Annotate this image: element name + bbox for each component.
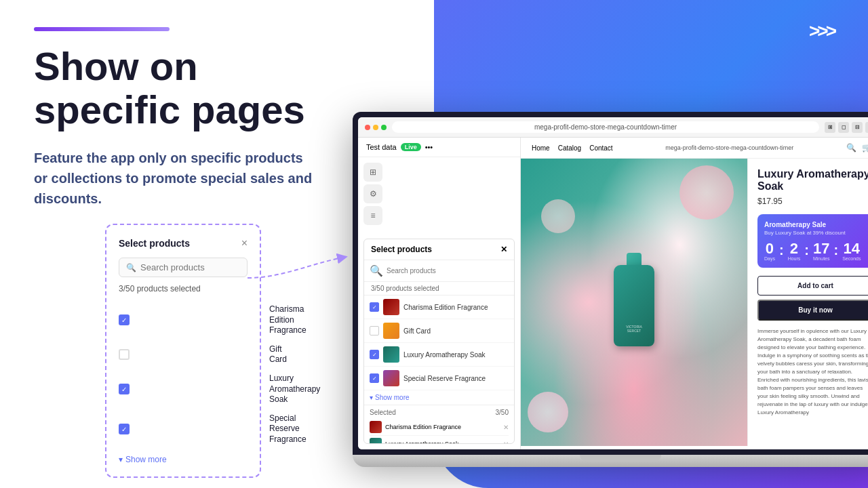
buy-now-button[interactable]: Buy it now	[757, 300, 868, 321]
countdown-hours-value: 2	[788, 241, 801, 256]
browser-action-buttons: ⊞ ◻ ⊟ ✕	[825, 122, 868, 133]
show-more-button[interactable]: ▾ Show more	[119, 455, 248, 464]
selected-name-soak: Luxury Aromatherapy Soak	[385, 441, 500, 444]
browser-dot-maximize	[381, 125, 387, 130]
panel-cb-soak[interactable]	[370, 350, 379, 359]
panel-show-more-label: Show more	[375, 394, 410, 401]
selector-widget-title: Select products	[119, 238, 190, 249]
selected-item-soak: Luxury Aromatherapy Soak ✕	[370, 436, 509, 444]
panel-cb-reserve[interactable]	[370, 373, 379, 383]
list-item: Gift Card	[364, 319, 514, 343]
nav-links: Home Catalog Contact	[532, 144, 613, 152]
countdown-minutes-unit: 17 Minutes	[813, 241, 830, 261]
nav-link-home[interactable]: Home	[532, 144, 550, 152]
product-info-panel: Luxury Aromatherapy Soak $17.95 Aromathe…	[747, 159, 868, 446]
nav-link-catalog[interactable]: Catalog	[558, 144, 581, 152]
countdown-sep-1: :	[779, 241, 784, 261]
browser-dot-minimize	[373, 125, 378, 130]
selected-section: Selected 3/50 Charisma Edition Fragrance…	[364, 405, 514, 444]
laptop-notch	[580, 455, 661, 462]
selector-search-input[interactable]	[140, 262, 240, 272]
search-icon[interactable]: 🔍	[846, 143, 856, 152]
panel-title: Select products	[371, 245, 432, 254]
panel-search-area[interactable]: 🔍	[364, 260, 514, 282]
remove-charisma-icon[interactable]: ✕	[503, 424, 509, 431]
countdown-hours-unit: 2 Hours	[788, 241, 801, 261]
add-to-cart-button[interactable]: Add to cart	[757, 276, 868, 296]
browser-action-btn: ⊟	[852, 122, 863, 133]
rose-decoration-2	[528, 392, 568, 432]
panel-product-img-reserve	[383, 370, 399, 386]
store-url: mega-profit-demo-store-mega-countdown-ti…	[665, 144, 793, 151]
chevron-down-icon: ▾	[370, 394, 373, 401]
chevron-down-icon: ▾	[119, 455, 123, 464]
panel-search-icon: 🔍	[370, 264, 383, 277]
product-checkbox-soak[interactable]	[119, 384, 130, 394]
countdown-days-unit: 0 Days	[764, 241, 775, 261]
browser-url-bar[interactable]: mega-profit-demo-store-mega-countdown-ti…	[392, 121, 819, 133]
more-options-icon[interactable]: •••	[425, 143, 433, 151]
rose-decoration-1	[679, 165, 734, 220]
product-layout: VICTORIASERCET Luxury Aroma	[521, 159, 868, 446]
selector-close-button[interactable]: ×	[241, 237, 248, 249]
browser-dots	[365, 125, 387, 130]
nav-action-icons: 🔍 🛒	[846, 143, 868, 152]
product-name-reserve: Special Reserve Fragrance	[269, 413, 307, 445]
browser-action-btn: ✕	[865, 122, 868, 133]
product-price: $17.95	[757, 197, 868, 206]
product-checkbox-charisma[interactable]	[119, 314, 130, 325]
panel-product-name-reserve: Special Reserve Fragrance	[403, 375, 486, 382]
sidebar-nav-icon-home[interactable]: ⊞	[363, 163, 382, 182]
panel-product-img-soak	[383, 346, 399, 363]
sidebar-nav-icon-settings[interactable]: ⚙	[363, 184, 382, 203]
laptop-screen-frame: mega-profit-demo-store-mega-countdown-ti…	[353, 112, 868, 455]
nav-link-contact[interactable]: Contact	[589, 144, 612, 152]
product-name-soak: Luxury Aromatherapy Soak	[269, 373, 320, 405]
rose-decoration-3	[541, 199, 575, 233]
browser-action-btn: ⊞	[825, 122, 835, 133]
product-checkbox-reserve[interactable]	[119, 424, 130, 434]
products-count-label: 3/50 products selected	[119, 284, 248, 293]
selected-name-charisma: Charisma Edition Fragrance	[385, 424, 500, 430]
product-description: Immerse yourself in opulence with our Lu…	[757, 327, 868, 417]
product-title: Luxury Aromatherapy Soak	[757, 168, 868, 192]
left-content-area: Show on specific pages Feature the app o…	[0, 0, 353, 488]
panel-product-img-giftcard	[383, 323, 399, 339]
countdown-sep-2: :	[804, 241, 809, 261]
countdown-minutes-value: 17	[813, 241, 830, 256]
countdown-timer-widget: Aromatherapy Sale Buy Luxury Soak at 39%…	[757, 214, 868, 268]
sidebar-nav-icon-layers[interactable]: ≡	[363, 206, 382, 225]
bottle-body: VICTORIASERCET	[614, 265, 654, 346]
bottle-neck	[627, 253, 642, 265]
laptop-mockup: mega-profit-demo-store-mega-countdown-ti…	[353, 112, 868, 467]
countdown-discount-label: Buy Luxury Soak at 39% discount	[764, 230, 867, 236]
accent-line	[34, 27, 170, 31]
panel-cb-giftcard[interactable]	[370, 326, 379, 336]
list-item: Gift Card	[119, 340, 248, 369]
countdown-days-label: Days	[764, 256, 775, 261]
cart-icon[interactable]: 🛒	[862, 143, 868, 152]
arrows-decoration: >>>	[809, 20, 834, 42]
selector-header: Select products ×	[119, 237, 248, 249]
panel-show-more-button[interactable]: ▾ Show more	[364, 390, 514, 405]
sidebar-nav-icons: ⊞ ⚙ ≡	[358, 157, 520, 233]
panel-cb-charisma[interactable]	[370, 302, 379, 312]
selector-search-box[interactable]: 🔍	[119, 258, 248, 277]
panel-search-input[interactable]	[387, 267, 509, 274]
list-item: Luxury Aromatherapy Soak	[364, 343, 514, 367]
countdown-sep-3: :	[834, 241, 839, 261]
panel-header: Select products ✕	[364, 239, 514, 260]
selected-img-charisma	[370, 421, 382, 433]
panel-close-icon[interactable]: ✕	[500, 245, 507, 254]
bottle-label: VICTORIASERCET	[626, 325, 642, 333]
product-checkbox-giftcard[interactable]	[119, 349, 130, 360]
countdown-hours-label: Hours	[788, 256, 801, 261]
laptop-base	[353, 455, 868, 467]
laptop-screen: mega-profit-demo-store-mega-countdown-ti…	[358, 117, 868, 449]
bottle-container: VICTORIASERCET	[614, 258, 654, 346]
remove-soak-icon[interactable]: ✕	[503, 441, 509, 445]
selected-header: Selected 3/50	[370, 409, 509, 416]
list-item: Special Reserve Fragrance	[364, 367, 514, 390]
selected-item-charisma: Charisma Edition Fragrance ✕	[370, 419, 509, 436]
selected-label: Selected	[370, 409, 396, 416]
